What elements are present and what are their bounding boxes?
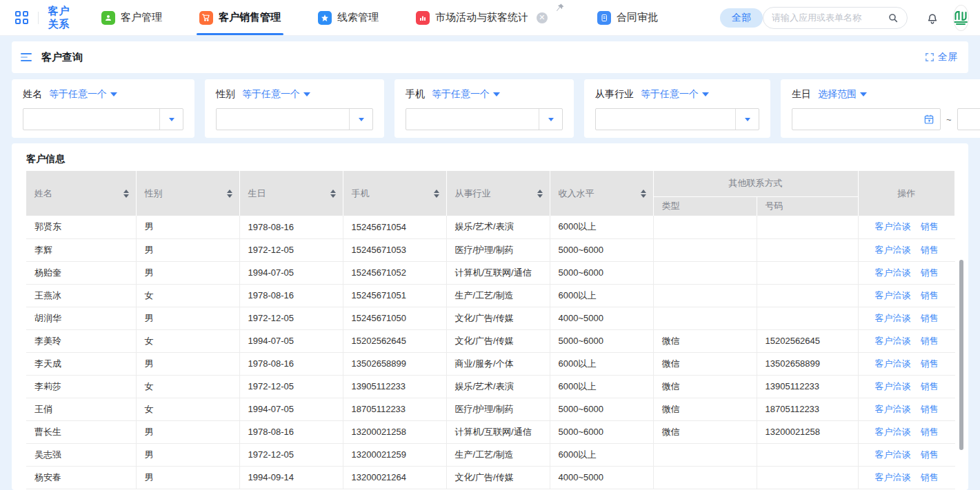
col-header-phone: 手机	[343, 171, 446, 216]
range-separator: ~	[946, 114, 952, 125]
chevron-down-icon	[702, 92, 709, 96]
cell-birthday: 1994-07-05	[239, 261, 343, 284]
customer-negotiation-link[interactable]: 客户洽谈	[875, 336, 911, 346]
customer-negotiation-link[interactable]: 客户洽谈	[875, 290, 911, 300]
customer-negotiation-link[interactable]: 客户洽谈	[875, 427, 911, 437]
chevron-down-icon	[169, 118, 174, 121]
filter-condition-dropdown[interactable]: 等于任意一个	[432, 88, 500, 101]
cell-contact-type: 微信	[653, 398, 757, 420]
brand-logo[interactable]	[953, 5, 969, 31]
cell-gender: 男	[136, 352, 239, 375]
apps-grid-icon[interactable]	[15, 11, 28, 25]
cell-contact-type: 微信	[653, 329, 757, 352]
cell-birthday: 1994-07-05	[239, 398, 343, 420]
sales-link[interactable]: 销售	[921, 313, 939, 323]
sales-link[interactable]: 销售	[921, 472, 939, 482]
customer-negotiation-link[interactable]: 客户洽谈	[875, 404, 911, 414]
sales-link[interactable]: 销售	[921, 336, 939, 346]
birthday-from-input[interactable]	[798, 114, 919, 125]
tab-customer-sales-management[interactable]: 客户销售管理	[199, 0, 281, 35]
customer-negotiation-link[interactable]: 客户洽谈	[875, 313, 911, 323]
phone-filter-input[interactable]	[406, 109, 539, 130]
sales-link[interactable]: 销售	[921, 221, 939, 232]
cell-contact-no	[757, 216, 858, 238]
cell-actions: 客户洽谈销售	[858, 261, 955, 284]
customer-negotiation-link[interactable]: 客户洽谈	[875, 221, 911, 232]
sales-link[interactable]: 销售	[921, 358, 939, 369]
sales-link[interactable]: 销售	[921, 245, 939, 255]
filter-condition-dropdown[interactable]: 等于任意一个	[49, 88, 117, 101]
customer-negotiation-link[interactable]: 客户洽谈	[875, 245, 911, 255]
customer-negotiation-link[interactable]: 客户洽谈	[875, 381, 911, 391]
cell-income: 6000以上	[550, 284, 653, 307]
sales-link[interactable]: 销售	[921, 427, 939, 437]
table-row: 曹长生男1978-08-1613200021258计算机/互联网/通信5000~…	[26, 420, 955, 443]
sort-icon[interactable]	[330, 190, 336, 198]
search-input[interactable]	[772, 12, 883, 23]
sales-link[interactable]: 销售	[921, 381, 939, 391]
tab-leads-management[interactable]: 线索管理	[318, 0, 379, 35]
cell-name: 李辉	[26, 238, 136, 261]
sales-link[interactable]: 销售	[921, 290, 939, 300]
cell-name: 曹长生	[26, 420, 136, 443]
customer-negotiation-link[interactable]: 客户洽谈	[875, 449, 911, 460]
customer-negotiation-link[interactable]: 客户洽谈	[875, 267, 911, 278]
tab-customer-management[interactable]: 客户管理	[101, 0, 162, 35]
sales-link[interactable]: 销售	[921, 449, 939, 460]
cell-actions: 客户洽谈销售	[858, 420, 955, 443]
gender-filter-select-button[interactable]	[349, 109, 372, 130]
filter-condition-dropdown[interactable]: 等于任意一个	[641, 88, 709, 101]
sales-link[interactable]: 销售	[921, 404, 939, 414]
cell-actions: 客户洽谈销售	[858, 329, 955, 352]
collapse-menu-icon[interactable]	[21, 53, 33, 61]
filter-gender: 性别 等于任意一个	[205, 79, 384, 138]
calendar-icon[interactable]	[923, 114, 934, 125]
user-icon	[101, 11, 115, 25]
sort-icon[interactable]	[434, 190, 439, 198]
search-icon[interactable]	[888, 12, 899, 23]
sort-icon[interactable]	[537, 190, 543, 198]
phone-filter-select-button[interactable]	[539, 109, 562, 130]
tab-market-activity-stats[interactable]: 市场活动与获客统计 ✕	[416, 0, 560, 35]
cell-income: 6000以上	[550, 443, 653, 466]
filter-bar: 姓名 等于任意一个 性别 等于任意一个 手机 等于任意一个	[12, 79, 968, 138]
cell-name: 李美玲	[26, 329, 136, 352]
industry-filter-input[interactable]	[596, 109, 735, 130]
cell-birthday: 1972-12-05	[239, 375, 343, 398]
name-filter-select-button[interactable]	[159, 109, 183, 130]
cell-birthday: 1994-07-05	[239, 329, 343, 352]
sort-icon[interactable]	[641, 190, 646, 198]
nav-root-crm[interactable]: 客户关系	[48, 5, 74, 31]
all-apps-button[interactable]: 全部	[720, 8, 763, 28]
filter-condition-dropdown[interactable]: 选择范围	[818, 88, 867, 101]
filter-industry: 从事行业 等于任意一个	[584, 79, 770, 138]
col-header-industry: 从事行业	[446, 171, 550, 216]
cell-phone: 15245671050	[343, 307, 446, 329]
divider	[38, 12, 39, 24]
industry-filter-select-button[interactable]	[735, 109, 759, 130]
customer-negotiation-link[interactable]: 客户洽谈	[875, 358, 911, 369]
table-row: 杨安春男1994-09-1413200021264文化/广告/传媒4000~50…	[26, 466, 955, 489]
sort-icon[interactable]	[123, 190, 129, 198]
tab-label: 市场活动与获客统计	[435, 11, 528, 24]
table-row: 李天成男1978-08-1613502658899商业/服务/个体6000以上微…	[26, 352, 955, 375]
page-header: 客户查询 全屏	[12, 41, 968, 73]
sort-icon[interactable]	[227, 190, 232, 198]
cell-contact-type	[653, 443, 757, 466]
cell-actions: 客户洽谈销售	[858, 466, 955, 489]
notification-bell-icon[interactable]	[926, 11, 939, 25]
filter-condition-dropdown[interactable]: 等于任意一个	[242, 88, 310, 101]
birthday-to-input[interactable]	[963, 114, 980, 125]
vertical-scrollbar[interactable]	[959, 260, 963, 450]
tab-contract-approval[interactable]: 合同审批	[597, 0, 658, 35]
gender-filter-input[interactable]	[217, 109, 349, 130]
cart-icon	[199, 11, 213, 25]
cell-gender: 男	[136, 216, 239, 238]
cell-gender: 男	[136, 238, 239, 261]
logo-text-line	[956, 23, 966, 25]
close-icon[interactable]: ✕	[537, 12, 548, 23]
name-filter-input[interactable]	[23, 109, 159, 130]
customer-negotiation-link[interactable]: 客户洽谈	[875, 472, 911, 482]
sales-link[interactable]: 销售	[921, 267, 939, 278]
fullscreen-button[interactable]: 全屏	[925, 51, 957, 63]
